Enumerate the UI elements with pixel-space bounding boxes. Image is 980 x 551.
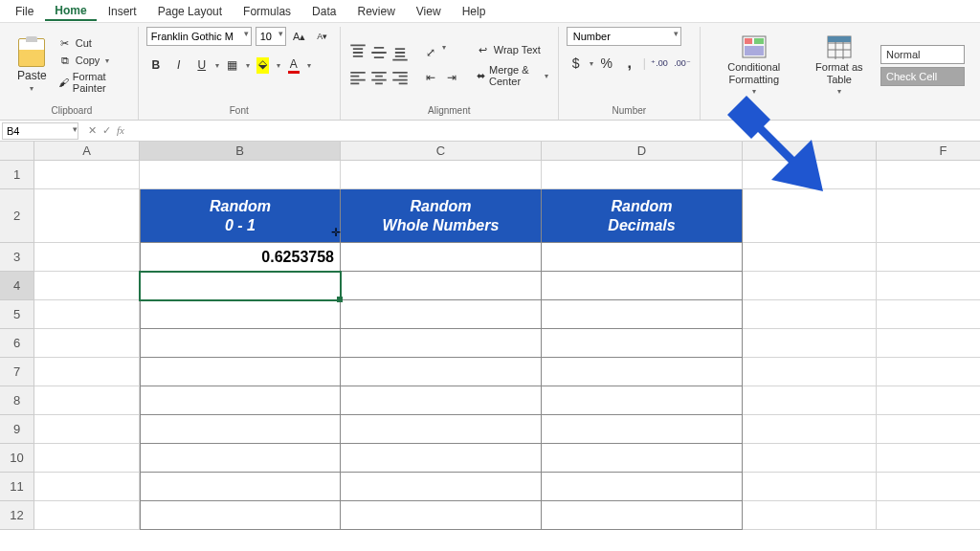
- formula-input[interactable]: [132, 122, 980, 140]
- cell-F4[interactable]: [877, 272, 980, 300]
- col-header-E[interactable]: E: [743, 142, 877, 161]
- cell-E10[interactable]: [743, 444, 877, 473]
- bold-button[interactable]: B: [146, 55, 166, 75]
- cell-D6[interactable]: [542, 329, 743, 358]
- cell-E9[interactable]: [743, 415, 877, 444]
- cell-F2[interactable]: [877, 189, 980, 243]
- col-header-F[interactable]: F: [877, 142, 980, 161]
- increase-indent-icon[interactable]: ⇥: [442, 68, 461, 87]
- cell-F10[interactable]: [877, 444, 980, 473]
- cancel-formula-icon[interactable]: ✕: [88, 124, 97, 137]
- cell-C2[interactable]: RandomWhole Numbers: [341, 189, 542, 243]
- cell-A7[interactable]: [34, 358, 140, 386]
- cell-B2[interactable]: Random0 - 1: [140, 189, 341, 243]
- cell-D11[interactable]: [542, 473, 743, 501]
- cell-C9[interactable]: [341, 415, 542, 444]
- tab-formulas[interactable]: Formulas: [234, 3, 301, 20]
- cell-B1[interactable]: [140, 161, 341, 189]
- cell-C11[interactable]: [341, 473, 542, 501]
- cell-E7[interactable]: [743, 358, 877, 386]
- row-header-10[interactable]: 10: [0, 444, 34, 473]
- cell-F8[interactable]: [877, 386, 980, 415]
- align-middle-icon[interactable]: [369, 43, 389, 62]
- paste-button[interactable]: Paste ▾: [13, 36, 51, 95]
- cell-F5[interactable]: [877, 300, 980, 329]
- cell-E6[interactable]: [743, 329, 877, 358]
- cell-A12[interactable]: [34, 501, 140, 530]
- style-normal[interactable]: Normal: [880, 45, 965, 64]
- italic-button[interactable]: I: [169, 55, 189, 75]
- cell-E12[interactable]: [743, 501, 877, 530]
- fill-color-button[interactable]: ⬙: [254, 55, 273, 75]
- cell-A2[interactable]: [34, 189, 140, 243]
- col-header-A[interactable]: A: [34, 142, 140, 161]
- cell-D7[interactable]: [542, 358, 743, 386]
- cell-D3[interactable]: [542, 243, 743, 272]
- cell-E2[interactable]: [743, 189, 877, 243]
- cell-B12[interactable]: [140, 501, 341, 530]
- row-header-12[interactable]: 12: [0, 501, 34, 530]
- font-name-select[interactable]: [146, 27, 252, 46]
- cell-B3[interactable]: 0.6253758: [140, 243, 341, 272]
- tab-home[interactable]: Home: [45, 2, 96, 21]
- row-header-5[interactable]: 5: [0, 300, 34, 329]
- cell-E3[interactable]: [743, 243, 877, 272]
- cut-button[interactable]: ✂Cut: [56, 35, 130, 51]
- tab-review[interactable]: Review: [347, 3, 404, 20]
- format-as-table-button[interactable]: Format as Table▾: [806, 33, 873, 97]
- tab-page-layout[interactable]: Page Layout: [148, 3, 232, 20]
- cell-B11[interactable]: [140, 473, 341, 501]
- format-painter-button[interactable]: 🖌Format Painter: [56, 70, 130, 95]
- cell-C5[interactable]: [341, 300, 542, 329]
- cell-A11[interactable]: [34, 473, 140, 501]
- cell-A3[interactable]: [34, 243, 140, 272]
- row-header-3[interactable]: 3: [0, 243, 34, 272]
- col-header-D[interactable]: D: [542, 142, 743, 161]
- decrease-font-icon[interactable]: A▾: [313, 27, 332, 46]
- cell-D8[interactable]: [542, 386, 743, 415]
- cell-E1[interactable]: [743, 161, 877, 189]
- wrap-text-button[interactable]: ↩Wrap Text: [475, 42, 550, 57]
- align-bottom-icon[interactable]: [390, 43, 410, 62]
- align-left-icon[interactable]: [348, 68, 368, 87]
- cell-C7[interactable]: [341, 358, 542, 386]
- name-box[interactable]: [0, 122, 80, 140]
- cell-F7[interactable]: [877, 358, 980, 386]
- cell-A9[interactable]: [34, 415, 140, 444]
- cell-B4[interactable]: [140, 272, 341, 300]
- cell-D10[interactable]: [542, 444, 743, 473]
- tab-help[interactable]: Help: [453, 3, 496, 20]
- cell-D9[interactable]: [542, 415, 743, 444]
- tab-insert[interactable]: Insert: [99, 3, 146, 20]
- align-right-icon[interactable]: [390, 68, 410, 87]
- tab-view[interactable]: View: [407, 3, 451, 20]
- orientation-icon[interactable]: ⤢: [421, 43, 440, 62]
- cell-C1[interactable]: [341, 161, 542, 189]
- cell-D1[interactable]: [542, 161, 743, 189]
- col-header-C[interactable]: C: [341, 142, 542, 161]
- percent-button[interactable]: %: [597, 54, 616, 73]
- row-header-11[interactable]: 11: [0, 473, 34, 501]
- row-header-4[interactable]: 4: [0, 272, 34, 300]
- cell-D4[interactable]: [542, 272, 743, 300]
- cell-C3[interactable]: [341, 243, 542, 272]
- merge-center-button[interactable]: ⬌Merge & Center▾: [475, 63, 550, 88]
- row-header-7[interactable]: 7: [0, 358, 34, 386]
- row-header-9[interactable]: 9: [0, 415, 34, 444]
- enter-formula-icon[interactable]: ✓: [102, 124, 111, 137]
- cell-B5[interactable]: [140, 300, 341, 329]
- cell-F6[interactable]: [877, 329, 980, 358]
- cell-C8[interactable]: [341, 386, 542, 415]
- cell-A10[interactable]: [34, 444, 140, 473]
- select-all-corner[interactable]: [0, 142, 34, 161]
- style-check-cell[interactable]: Check Cell: [880, 67, 965, 86]
- increase-decimal-button[interactable]: ⁺.00: [650, 54, 669, 73]
- cell-B10[interactable]: [140, 444, 341, 473]
- cell-A8[interactable]: [34, 386, 140, 415]
- cell-C6[interactable]: [341, 329, 542, 358]
- row-header-8[interactable]: 8: [0, 386, 34, 415]
- cell-F9[interactable]: [877, 415, 980, 444]
- conditional-formatting-button[interactable]: Conditional Formatting▾: [708, 33, 800, 97]
- copy-button[interactable]: ⧉Copy▾: [56, 53, 130, 68]
- tab-file[interactable]: File: [6, 3, 43, 20]
